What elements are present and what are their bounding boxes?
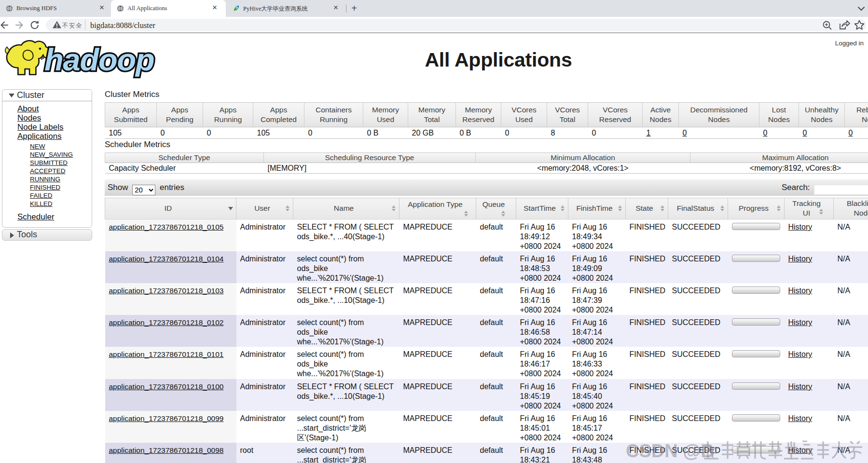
svg-text:CSDN @B: CSDN @B: [626, 441, 714, 461]
